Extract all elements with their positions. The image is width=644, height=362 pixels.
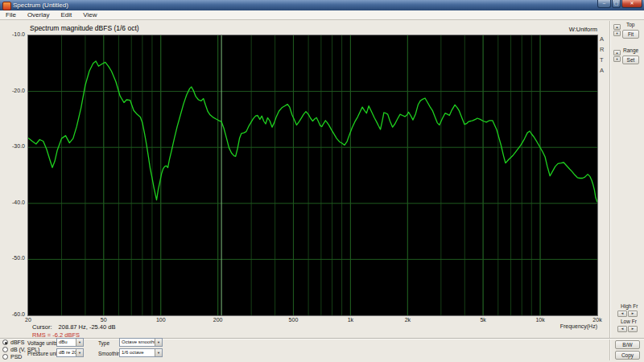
frequency-axis-label: Frequency(Hz) <box>517 323 597 329</box>
voltage-units-select[interactable]: dBu ▼ <box>56 338 84 347</box>
y-tick-label: -50.0 <box>12 255 25 261</box>
top-spinner-down-button[interactable]: ▼ <box>613 31 621 36</box>
fit-button[interactable]: Fit <box>622 30 639 39</box>
plot-title: Spectrum magnitude dBFS (1/6 oct) <box>30 24 139 32</box>
high-fr-arrows: ◄ ► <box>617 311 638 317</box>
type-select[interactable]: Octave smoothing ▼ <box>119 338 163 347</box>
x-tick-label: 5k <box>480 317 485 323</box>
maximize-button[interactable]: ▢ <box>612 0 621 8</box>
y-tick-label: -60.0 <box>12 311 25 317</box>
dropdown-arrow-icon[interactable]: ▼ <box>155 349 162 356</box>
dropdown-arrow-icon[interactable]: ▼ <box>76 349 83 356</box>
minimize-button[interactable]: – <box>597 0 611 8</box>
range-spinner-up-button[interactable]: ▲ <box>613 50 621 56</box>
y-tick-label: -20.0 <box>12 88 25 93</box>
x-tick-label: 100 <box>156 317 166 323</box>
x-tick-label: 20k <box>592 317 601 323</box>
low-fr-label: Low Fr <box>621 319 637 324</box>
arta-watermark: ARTA <box>600 34 607 76</box>
copy-button[interactable]: Copy <box>615 351 640 360</box>
smoothing-select[interactable]: 1/6 octave ▼ <box>119 348 163 357</box>
high-fr-right-button[interactable]: ► <box>628 311 638 317</box>
radio-label: dBFS <box>10 339 25 345</box>
bottom-separator <box>0 338 644 339</box>
y-axis-labels: -10.0-20.0-30.0-40.0-50.0-60.0 <box>0 0 25 322</box>
range-spinner: ▲ ▼ <box>613 50 621 63</box>
spectrum-chart-svg <box>28 35 597 315</box>
set-button[interactable]: Set <box>622 56 639 64</box>
spectrum-curve <box>28 61 597 202</box>
x-tick-label: 10k <box>535 317 544 323</box>
type-label: Type <box>98 340 109 346</box>
spectrum-plot[interactable] <box>27 35 598 316</box>
high-fr-label: High Fr <box>621 303 638 309</box>
radio-button-icon[interactable] <box>2 339 8 345</box>
range-label: Range <box>623 47 638 53</box>
dropdown-arrow-icon[interactable]: ▼ <box>155 339 162 346</box>
menu-item-edit[interactable]: Edit <box>55 10 77 19</box>
low-fr-arrows: ◄ ► <box>617 326 638 332</box>
menu-item-overlay[interactable]: Overlay <box>22 10 56 19</box>
x-tick-label: 200 <box>213 317 223 323</box>
range-spinner-down-button[interactable]: ▼ <box>613 56 621 62</box>
low-fr-left-button[interactable]: ◄ <box>617 326 627 332</box>
x-tick-label: 50 <box>101 317 107 323</box>
menubar: FileOverlayEditView <box>0 10 644 20</box>
top-spinner-up-button[interactable]: ▲ <box>613 24 621 30</box>
right-panel-separator <box>609 21 611 360</box>
cursor-readout: Cursor:208.87 Hz, -25.40 dB <box>32 323 115 331</box>
smoothing-value: 1/6 octave <box>122 350 144 355</box>
low-fr-right-button[interactable]: ► <box>628 326 638 332</box>
cursor-readout-value: 208.87 Hz, -25.40 dB <box>59 323 116 331</box>
x-tick-label: 500 <box>289 317 299 323</box>
radio-label: PSD <box>10 354 22 360</box>
y-tick-label: -10.0 <box>12 31 25 37</box>
pressure-units-select[interactable]: dB re 20 uPa ▼ <box>56 348 84 357</box>
voltage-units-label: Voltage units <box>27 340 57 346</box>
top-label: Top <box>626 22 634 27</box>
cursor-readout-label: Cursor: <box>32 323 52 331</box>
dropdown-arrow-icon[interactable]: ▼ <box>76 339 83 346</box>
titlebar: Spectrum (Untitled) – ▢ ✕ <box>0 0 644 11</box>
top-spinner: ▲ ▼ <box>613 24 621 37</box>
x-tick-label: 1k <box>348 317 353 323</box>
radio-button-icon[interactable] <box>2 354 8 360</box>
voltage-units-value: dBu <box>59 339 68 344</box>
close-button[interactable]: ✕ <box>621 0 642 8</box>
x-tick-label: 2k <box>405 317 411 323</box>
radio-button-icon[interactable] <box>2 347 8 352</box>
app-window: { "window": { "title": "Spectrum (Untitl… <box>0 0 644 362</box>
bw-button[interactable]: B/W <box>615 340 640 349</box>
menu-item-view[interactable]: View <box>77 10 102 19</box>
y-tick-label: -40.0 <box>12 200 25 205</box>
window-function-label: W:Uniform <box>499 26 597 33</box>
x-tick-label: 20 <box>25 317 31 323</box>
y-tick-label: -30.0 <box>12 143 25 149</box>
high-fr-left-button[interactable]: ◄ <box>617 311 627 317</box>
